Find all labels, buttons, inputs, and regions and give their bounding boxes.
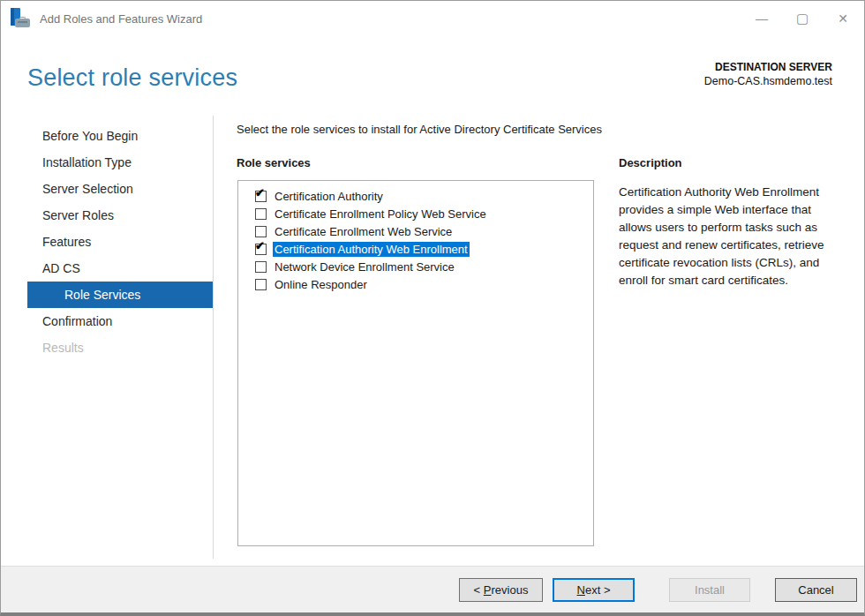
role-service-row-certification-authority-web-enrollment[interactable]: ✔ Certification Authority Web Enrollment [238,240,593,258]
description-text: Certification Authority Web Enrollment p… [619,184,841,289]
checkbox-unchecked[interactable] [255,226,267,237]
role-services-label: Role services [237,156,311,169]
install-button: Install [669,578,750,602]
description-heading: Description [619,156,682,169]
role-service-row-online-responder[interactable]: Online Responder [238,275,593,293]
nav-item-confirmation[interactable]: Confirmation [27,308,213,334]
maximize-button[interactable]: ▢ [782,1,823,36]
destination-server-label: DESTINATION SERVER [704,60,832,74]
role-service-label: Network Device Enrollment Service [273,259,456,274]
role-service-row-cert-enrollment-web-service[interactable]: Certificate Enrollment Web Service [238,222,593,240]
wizard-step-nav: Before You Begin Installation Type Serve… [27,123,213,361]
checkbox-unchecked[interactable] [255,208,267,220]
close-icon: ✕ [838,11,848,26]
close-button[interactable]: ✕ [823,1,863,36]
nav-item-results: Results [27,334,213,361]
nav-item-server-roles[interactable]: Server Roles [27,202,213,229]
role-service-label: Online Responder [273,277,369,292]
previous-button[interactable]: < Previous [459,578,543,602]
role-services-listbox: ✔ Certification Authority Certificate En… [237,180,594,546]
role-service-label-selected: Certification Authority Web Enrollment [273,242,470,257]
checkbox-unchecked[interactable] [255,261,267,273]
sidebar-divider [213,116,214,559]
nav-item-installation-type[interactable]: Installation Type [27,149,213,176]
nav-item-ad-cs[interactable]: AD CS [27,255,213,282]
server-manager-icon [10,8,31,29]
minimize-button[interactable]: — [741,1,782,36]
nav-item-features[interactable]: Features [27,229,213,255]
window-title: Add Roles and Features Wizard [40,12,202,26]
role-service-row-network-device-enrollment-service[interactable]: Network Device Enrollment Service [238,258,593,275]
checkbox-checked[interactable]: ✔ [255,191,267,202]
role-service-label: Certificate Enrollment Policy Web Servic… [273,207,488,222]
check-icon: ✔ [255,187,265,199]
maximize-icon: ▢ [796,11,809,26]
role-service-label: Certificate Enrollment Web Service [273,224,454,239]
next-button[interactable]: Next > [553,578,635,602]
cancel-button[interactable]: Cancel [775,578,857,602]
role-service-row-cert-enrollment-policy-web-service[interactable]: Certificate Enrollment Policy Web Servic… [238,205,593,222]
role-service-label: Certification Authority [273,189,385,204]
checkbox-checked[interactable]: ✔ [255,244,267,255]
nav-item-server-selection[interactable]: Server Selection [27,176,213,202]
checkbox-unchecked[interactable] [255,279,267,290]
role-service-row-certification-authority[interactable]: ✔ Certification Authority [238,187,593,205]
footer-bar: < Previous Next > Install Cancel [1,566,864,612]
wizard-window: Add Roles and Features Wizard — ▢ ✕ Sele… [0,0,865,616]
destination-server-block: DESTINATION SERVER Demo-CAS.hsmdemo.test [704,60,832,88]
title-bar: Add Roles and Features Wizard — ▢ ✕ [1,1,864,36]
nav-item-before-you-begin[interactable]: Before You Begin [27,123,213,149]
nav-item-role-services[interactable]: Role Services [27,282,213,308]
minimize-icon: — [756,11,768,26]
page-title: Select role services [27,64,237,92]
instruction-text: Select the role services to install for … [237,123,602,136]
destination-server-name: Demo-CAS.hsmdemo.test [704,74,832,88]
check-icon: ✔ [255,240,265,252]
